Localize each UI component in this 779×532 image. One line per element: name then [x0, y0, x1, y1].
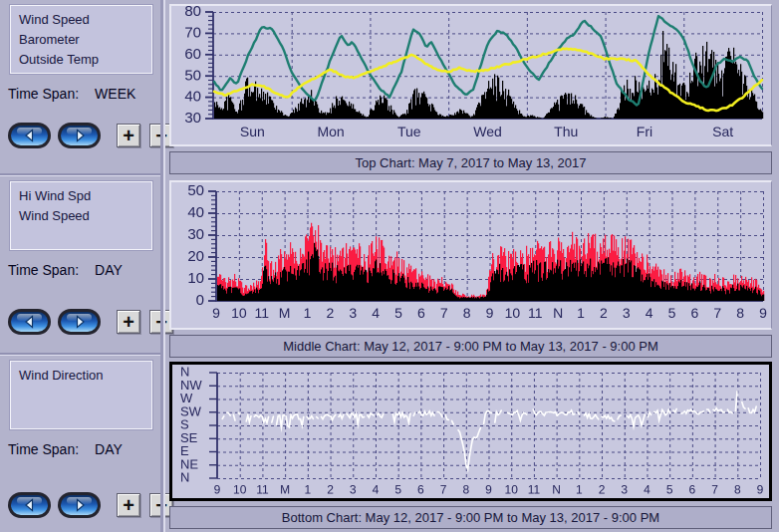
- weather-chart-window: Wind SpeedBarometerOutside Temp Time Spa…: [0, 0, 779, 532]
- left-arrow-icon: [22, 497, 38, 513]
- bottom-chart-buttons: + −: [8, 491, 173, 519]
- scroll-forward-button[interactable]: [58, 309, 101, 335]
- top-chart-caption: Top Chart: May 7, 2017 to May 13, 2017: [169, 151, 772, 174]
- scroll-back-button[interactable]: [8, 309, 51, 335]
- middle-chart-caption: Middle Chart: May 12, 2017 - 9:00 PM to …: [169, 335, 772, 358]
- zoom-in-button[interactable]: +: [117, 493, 140, 517]
- time-span-value: WEEK: [95, 86, 135, 102]
- left-arrow-icon: [22, 314, 38, 330]
- time-span-label: Time Span:: [8, 441, 79, 457]
- bottom-time-span: Time Span:DAY: [8, 441, 123, 457]
- sidebar-chart-divider: [160, 0, 165, 532]
- top-chart-legend[interactable]: Wind SpeedBarometerOutside Temp: [10, 5, 152, 74]
- left-arrow-icon: [22, 128, 38, 143]
- middle-time-span: Time Span:DAY: [8, 262, 123, 278]
- middle-chart-panel[interactable]: [169, 180, 772, 330]
- top-time-span: Time Span:WEEK: [8, 86, 135, 102]
- bottom-chart-controls: Wind Direction Time Span:DAY + −: [0, 356, 161, 527]
- time-span-value: DAY: [95, 441, 123, 457]
- scroll-forward-button[interactable]: [58, 123, 101, 148]
- bottom-chart-caption: Bottom Chart: May 12, 2017 - 9:00 PM to …: [169, 506, 772, 529]
- scroll-back-button[interactable]: [8, 492, 51, 518]
- scroll-forward-button[interactable]: [58, 492, 101, 518]
- bottom-chart-panel[interactable]: [169, 362, 772, 501]
- middle-chart-canvas: [171, 182, 771, 328]
- middle-chart-buttons: + −: [8, 308, 173, 336]
- middle-chart-legend[interactable]: Hi Wind SpdWind Speed: [10, 181, 152, 250]
- top-chart-controls: Wind SpeedBarometerOutside Temp Time Spa…: [0, 0, 161, 171]
- bottom-chart-legend[interactable]: Wind Direction: [10, 361, 152, 429]
- bottom-chart-canvas: [172, 365, 769, 498]
- control-sidebar: Wind SpeedBarometerOutside Temp Time Spa…: [0, 0, 165, 532]
- top-chart-panel[interactable]: [169, 4, 772, 146]
- right-arrow-icon: [72, 314, 88, 330]
- time-span-value: DAY: [95, 262, 123, 278]
- top-chart-canvas: [171, 6, 771, 144]
- time-span-label: Time Span:: [8, 262, 79, 278]
- zoom-in-button[interactable]: +: [117, 310, 140, 334]
- top-chart-buttons: + −: [8, 122, 173, 149]
- middle-chart-controls: Hi Wind SpdWind Speed Time Span:DAY + −: [0, 176, 161, 348]
- right-arrow-icon: [72, 128, 88, 143]
- scroll-back-button[interactable]: [8, 123, 51, 148]
- zoom-in-button[interactable]: +: [117, 124, 140, 147]
- time-span-label: Time Span:: [8, 86, 79, 102]
- right-arrow-icon: [72, 497, 88, 513]
